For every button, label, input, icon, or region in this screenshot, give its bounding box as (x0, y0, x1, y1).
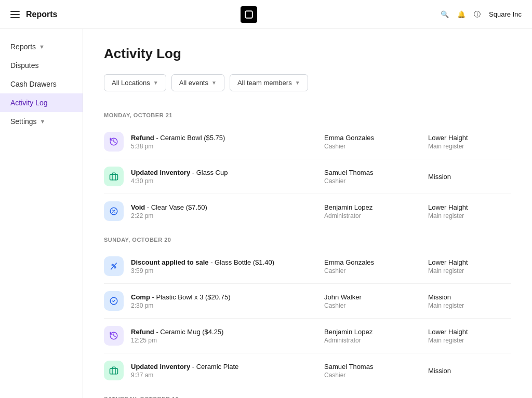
sidebar-item-disputes[interactable]: Disputes (0, 56, 83, 75)
activity-location: Mission (428, 367, 511, 375)
person-name: Benjamin Lopez (324, 328, 428, 336)
register-name: Main register (428, 212, 511, 219)
activity-title: Void - Clear Vase ($7.50) (131, 203, 324, 211)
activity-title: Discount applied to sale - Glass Bottle … (131, 258, 324, 266)
inventory-icon (104, 361, 124, 380)
day-label: Sunday, October 20 (104, 232, 511, 247)
person-role: Cashier (324, 177, 428, 185)
sidebar-item-cash-drawers[interactable]: Cash Drawers (0, 75, 83, 93)
person-name: Samuel Thomas (324, 363, 428, 370)
person-name: John Walker (324, 293, 428, 301)
person-role: Administrator (324, 212, 428, 219)
filter-events[interactable]: All events ▼ (171, 74, 224, 91)
sidebar: Reports ▼ Disputes Cash Drawers Activity… (0, 29, 83, 398)
person-role: Cashier (324, 143, 428, 150)
filter-locations-label: All Locations (112, 79, 150, 87)
topnav-left: Reports (10, 10, 57, 19)
help-icon[interactable]: ⓘ (474, 10, 481, 19)
main-content: Activity Log All Locations ▼ All events … (83, 29, 532, 398)
person-role: Cashier (324, 302, 428, 309)
activity-time: 12:25 pm (131, 337, 324, 344)
company-name: Square Inc (489, 10, 522, 18)
location-name: Lower Haight (428, 134, 511, 142)
activity-time: 9:37 am (131, 372, 324, 379)
activity-time: 2:30 pm (131, 302, 324, 309)
activity-person: Emma GonzalesCashier (324, 134, 428, 150)
location-name: Mission (428, 367, 511, 375)
chevron-reports: ▼ (39, 44, 45, 50)
topnav: Reports 🔍 🔔 ⓘ Square Inc (0, 0, 532, 29)
square-logo (241, 6, 257, 23)
person-name: Emma Gonzales (324, 258, 428, 266)
day-section: Monday, October 21Refund - Ceramic Bowl … (104, 108, 511, 228)
sidebar-label-activity-log: Activity Log (10, 99, 48, 107)
activity-time: 4:30 pm (131, 177, 324, 185)
activity-container: Monday, October 21Refund - Ceramic Bowl … (104, 108, 511, 398)
sidebar-item-settings[interactable]: Settings ▼ (0, 112, 83, 131)
activity-person: Emma GonzalesCashier (324, 258, 428, 275)
sidebar-item-activity-log[interactable]: Activity Log (0, 93, 83, 112)
day-label: Monday, October 21 (104, 108, 511, 122)
activity-description: Void - Clear Vase ($7.50)2:22 pm (131, 203, 324, 219)
activity-row: Comp - Plastic Bowl x 3 ($20.75)2:30 pmJ… (104, 284, 511, 319)
activity-time: 5:38 pm (131, 143, 324, 150)
day-label: Saturday, October 19 (104, 392, 511, 398)
activity-person: Benjamin LopezAdministrator (324, 203, 428, 219)
activity-location: Lower HaightMain register (428, 258, 511, 275)
day-section: Saturday, October 19Comp - Glass cup x 4… (104, 392, 511, 398)
inventory-icon (104, 167, 124, 186)
notifications-icon[interactable]: 🔔 (457, 10, 466, 18)
page-title: Activity Log (104, 46, 511, 62)
activity-time: 3:59 pm (131, 267, 324, 275)
register-name: Main register (428, 302, 511, 309)
register-name: Main register (428, 267, 511, 275)
register-name: Main register (428, 143, 511, 150)
activity-person: Samuel ThomasCashier (324, 363, 428, 379)
sidebar-label-disputes: Disputes (10, 61, 38, 70)
location-name: Mission (428, 173, 511, 181)
location-name: Lower Haight (428, 328, 511, 336)
location-name: Mission (428, 293, 511, 301)
layout: Reports ▼ Disputes Cash Drawers Activity… (0, 29, 532, 398)
activity-row: Discount applied to sale - Glass Bottle … (104, 249, 511, 284)
sidebar-item-reports[interactable]: Reports ▼ (0, 37, 83, 56)
activity-location: Lower HaightMain register (428, 203, 511, 219)
chevron-settings: ▼ (40, 118, 46, 125)
activity-location: Lower HaightMain register (428, 134, 511, 150)
search-icon[interactable]: 🔍 (441, 10, 449, 18)
activity-description: Updated inventory - Glass Cup4:30 pm (131, 169, 324, 185)
filter-team[interactable]: All team members ▼ (230, 74, 308, 91)
person-role: Administrator (324, 337, 428, 344)
activity-person: Benjamin LopezAdministrator (324, 328, 428, 344)
activity-description: Refund - Ceramic Mug ($4.25)12:25 pm (131, 328, 324, 344)
chevron-events: ▼ (211, 80, 217, 86)
location-name: Lower Haight (428, 203, 511, 211)
svg-rect-0 (246, 11, 253, 18)
activity-person: Samuel ThomasCashier (324, 169, 428, 185)
discount-icon (104, 256, 124, 276)
menu-button[interactable] (10, 11, 20, 18)
person-role: Cashier (324, 267, 428, 275)
filter-locations[interactable]: All Locations ▼ (104, 74, 166, 91)
activity-row: Updated inventory - Glass Cup4:30 pmSamu… (104, 159, 511, 194)
topnav-title: Reports (26, 10, 57, 19)
activity-person: John WalkerCashier (324, 293, 428, 309)
chevron-team: ▼ (295, 80, 300, 86)
activity-title: Updated inventory - Glass Cup (131, 169, 324, 176)
activity-description: Refund - Ceramic Bowl ($5.75)5:38 pm (131, 134, 324, 150)
filter-events-label: All events (179, 79, 208, 87)
person-role: Cashier (324, 372, 428, 379)
comp-icon (104, 291, 124, 311)
activity-description: Updated inventory - Ceramic Plate9:37 am (131, 363, 324, 379)
person-name: Samuel Thomas (324, 169, 428, 176)
void-icon (104, 201, 124, 221)
refund-icon (104, 326, 124, 346)
filters-bar: All Locations ▼ All events ▼ All team me… (104, 74, 511, 91)
topnav-center (241, 6, 257, 23)
activity-title: Updated inventory - Ceramic Plate (131, 363, 324, 370)
activity-title: Refund - Ceramic Bowl ($5.75) (131, 134, 324, 142)
filter-team-label: All team members (237, 79, 292, 87)
activity-title: Refund - Ceramic Mug ($4.25) (131, 328, 324, 336)
chevron-locations: ▼ (153, 80, 158, 86)
activity-description: Comp - Plastic Bowl x 3 ($20.75)2:30 pm (131, 293, 324, 309)
